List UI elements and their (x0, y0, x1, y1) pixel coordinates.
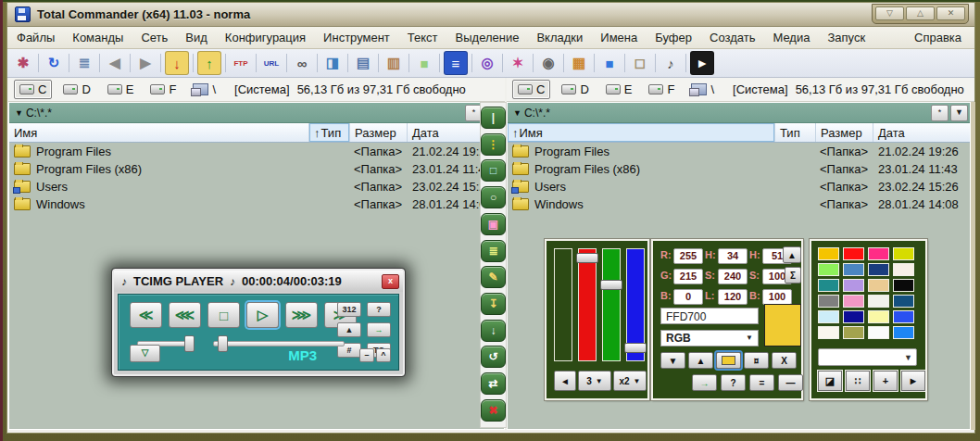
network-button[interactable]: \ (685, 80, 720, 99)
palette-swatch[interactable] (893, 295, 914, 308)
column-header-type[interactable]: Тип (775, 123, 816, 142)
prev-track-button[interactable]: ≪ (130, 302, 162, 328)
menu-item-6[interactable]: Текст (408, 31, 438, 44)
value-input[interactable]: 120 (718, 289, 748, 305)
title-bar[interactable]: Total Commander (x64) 11.03 - norma ▽ △ … (7, 3, 974, 27)
menu-item-5[interactable]: Инструмент (323, 31, 390, 44)
stop-button[interactable]: □ (207, 302, 240, 328)
dash-button[interactable]: — (778, 374, 803, 391)
menu-item-0[interactable]: Файлы (17, 31, 55, 44)
progress-slider[interactable] (213, 341, 345, 346)
table-row[interactable]: Windows<Папка>28.01.24 14:08 (508, 195, 970, 213)
rewind-button[interactable]: ⋘ (169, 302, 201, 328)
player-title-bar[interactable]: ♪ TCIMG PLAYER ♪ 00:00:04/00:03:19 x (114, 271, 403, 292)
play-button[interactable]: ▷ (246, 302, 279, 328)
color-mode-select[interactable]: RGB ▼ (660, 330, 759, 346)
table-row[interactable]: Program Files<Папка>21.02.24 19:26 (9, 143, 504, 160)
palette-swatch[interactable] (843, 310, 864, 323)
column-header-date[interactable]: Дата (873, 123, 970, 142)
column-header-size[interactable]: Размер (350, 123, 408, 142)
palette-swatch[interactable] (818, 247, 839, 260)
menu-item-9[interactable]: Имена (600, 31, 637, 44)
unpack-edit-button[interactable]: ↧ (481, 293, 506, 315)
play-right-button[interactable]: ► (901, 371, 925, 391)
palette-icon[interactable]: ✶ (507, 52, 529, 74)
column-header-name[interactable]: Имя (9, 123, 309, 142)
table-row[interactable]: Users<Папка>23.02.24 15:26 (508, 178, 970, 195)
dots-grid-button[interactable]: ∷ (846, 371, 870, 391)
palette-swatch[interactable] (818, 263, 839, 276)
menu-item-10[interactable]: Буфер (655, 31, 692, 44)
menu-item-2[interactable]: Сеть (141, 31, 168, 44)
unpack-icon[interactable]: ↓ (165, 51, 189, 75)
table-row[interactable]: Program Files (x86)<Папка>23.01.24 11:43 (9, 160, 504, 178)
tcimg-player-widget[interactable]: ♪ TCIMG PLAYER ♪ 00:00:04/00:03:19 x ≪⋘□… (112, 269, 405, 376)
blue-track[interactable] (626, 248, 645, 361)
equals-button[interactable]: = (749, 374, 774, 391)
drive-button-f[interactable]: F (144, 80, 182, 99)
column-header-type[interactable]: ↑Тип (309, 123, 350, 142)
close-red-button[interactable]: ✖ (481, 399, 506, 422)
value-input[interactable]: 100 (762, 289, 792, 305)
forward-icon[interactable]: ▶ (134, 52, 157, 74)
drive-button-d[interactable]: D (57, 80, 95, 99)
value-input[interactable]: 0 (673, 289, 703, 305)
palette-swatch[interactable] (893, 279, 914, 292)
contrast-button[interactable]: ◪ (818, 371, 842, 391)
volume-slider-thumb[interactable] (184, 335, 195, 352)
player-collapse-button[interactable]: ▽ (130, 345, 160, 362)
path-dropdown-button[interactable]: ▼ (950, 105, 968, 121)
sum-button[interactable]: Σ (785, 267, 801, 284)
url-icon[interactable]: URL (260, 52, 283, 74)
copy-stack-button[interactable]: ▣ (481, 213, 506, 235)
blue-track-thumb[interactable] (624, 343, 647, 353)
search-binoculars-icon[interactable]: ∞ (291, 52, 313, 74)
menu-item-7[interactable]: Выделение (456, 31, 520, 44)
compare-lists-icon[interactable]: ▤ (352, 52, 374, 74)
clipboard-paste-icon[interactable]: ▥ (383, 52, 405, 74)
menu-item-help[interactable]: Справка (914, 31, 961, 44)
column-header-name[interactable]: ↑Имя (508, 123, 775, 142)
drive-button-c[interactable]: C (512, 80, 550, 99)
drive-button-e[interactable]: E (600, 80, 638, 99)
palette-swatch[interactable] (868, 326, 889, 339)
refresh-icon[interactable]: ↻ (43, 52, 65, 74)
currency-button[interactable]: ¤ (744, 352, 769, 369)
options-star-icon[interactable]: ✱ (12, 52, 34, 74)
desktop-icon[interactable]: ■ (598, 52, 621, 74)
column-header-size[interactable]: Размер (816, 123, 873, 142)
quick-view-icon[interactable]: ◨ (321, 52, 344, 74)
palette-swatch[interactable] (818, 310, 839, 323)
palette-swatch[interactable] (818, 279, 839, 292)
menu-item-3[interactable]: Вид (185, 31, 207, 44)
archive-box-icon[interactable]: ▦ (568, 52, 590, 74)
zoom-select[interactable]: x2▼ (613, 371, 647, 391)
path-bar[interactable]: ▼C:\*.**▼ (508, 103, 970, 123)
green-track[interactable] (602, 248, 621, 361)
hex-color-input[interactable]: FFD700 (660, 308, 759, 324)
count-select[interactable]: 3▼ (578, 371, 611, 391)
drive-button-c[interactable]: C (14, 80, 52, 99)
palette-swatch[interactable] (893, 247, 914, 260)
monitor-button[interactable]: □ (481, 159, 506, 182)
color-chip-button[interactable] (716, 352, 741, 369)
down-button[interactable]: ▼ (660, 352, 685, 369)
palette-swatch[interactable] (868, 263, 889, 276)
back-icon[interactable]: ◀ (104, 52, 126, 74)
pack-icon[interactable]: ↑ (197, 51, 221, 75)
cmd-icon[interactable]: ▸ (690, 51, 714, 75)
drive-button-d[interactable]: D (556, 80, 594, 99)
repeat-button[interactable]: ↺ (481, 346, 506, 368)
menu-item-1[interactable]: Команды (72, 31, 123, 44)
player-up-button[interactable]: ^ (376, 348, 391, 362)
fast-forward-button[interactable]: ⋙ (285, 302, 318, 328)
archive-edit-button[interactable]: ✎ (481, 266, 506, 288)
red-track-thumb[interactable] (576, 253, 598, 263)
back-button[interactable]: ◄ (554, 371, 576, 391)
palette-dropdown[interactable]: ▼ (818, 348, 917, 366)
menu-item-13[interactable]: Запуск (827, 31, 865, 44)
palette-swatch[interactable] (893, 263, 914, 276)
table-row[interactable]: Program Files<Папка>21.02.24 19:26 (508, 143, 970, 160)
palette-swatch[interactable] (893, 310, 914, 323)
table-row[interactable]: Program Files (x86)<Папка>23.01.24 11:43 (508, 160, 970, 178)
